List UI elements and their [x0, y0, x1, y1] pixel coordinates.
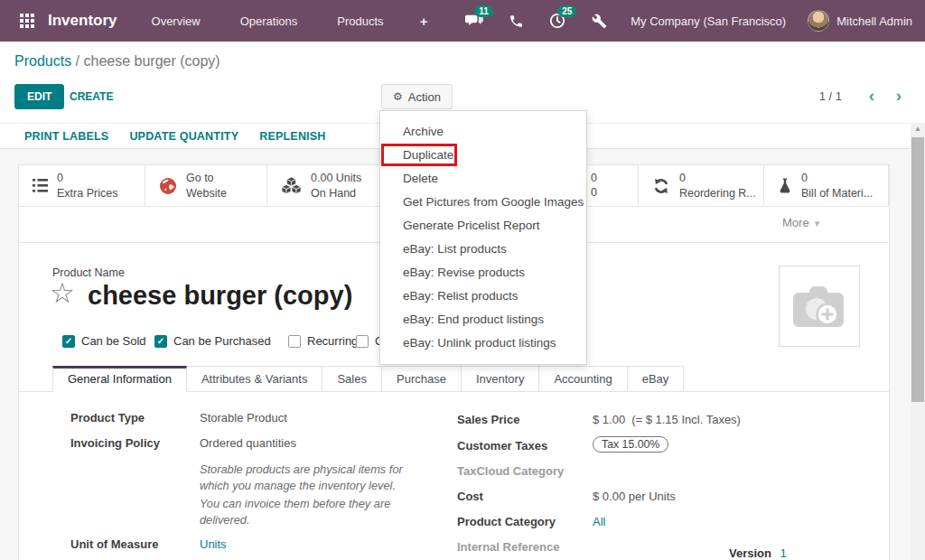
tab-ebay[interactable]: eBay — [628, 366, 685, 392]
field-label: Product Category — [457, 515, 593, 528]
menu-item-ebay-unlink[interactable]: eBay: Unlink product listings — [380, 331, 586, 355]
menu-operations[interactable]: Operations — [240, 14, 298, 28]
tab-accounting[interactable]: Accounting — [539, 366, 627, 392]
list-icon — [33, 179, 48, 192]
stat-button-go-to-website[interactable]: Go toWebsite — [145, 165, 267, 206]
field-value: Ordered quantities — [200, 436, 296, 450]
more-label: More — [782, 216, 809, 229]
action-label: Action — [408, 90, 441, 104]
create-button[interactable]: CREATE — [70, 84, 113, 109]
print-labels-button[interactable]: PRINT LABELS — [24, 130, 108, 143]
menu-products[interactable]: Products — [337, 14, 383, 28]
refresh-icon — [652, 177, 670, 195]
menu-item-ebay-end[interactable]: eBay: End product listings — [380, 308, 586, 331]
checkbox-can-be-sold[interactable]: ✓ Can be Sold — [62, 334, 146, 348]
checkbox-label: Can be Purchased — [173, 334, 271, 348]
menu-item-pricelist-report[interactable]: Generate Pricelist Report — [380, 214, 586, 238]
product-name: cheese burger (copy) — [88, 281, 352, 311]
menu-item-get-pictures[interactable]: Get Pictures from Google Images — [380, 191, 586, 214]
stat-button-reordering-rules[interactable]: 0Reordering R... — [639, 165, 764, 206]
menu-item-ebay-list[interactable]: eBay: List products — [380, 238, 586, 261]
checkbox-unchecked-icon[interactable] — [356, 335, 369, 348]
menu-item-duplicate[interactable]: Duplicate — [380, 144, 586, 167]
apps-menu-icon[interactable] — [20, 14, 35, 29]
breadcrumb-separator: / — [71, 53, 83, 69]
tab-purchase[interactable]: Purchase — [382, 366, 462, 392]
action-dropdown-button[interactable]: ⚙ Action — [381, 84, 453, 109]
stat-label: Website — [186, 186, 227, 201]
top-navbar: Inventory Overview Operations Products +… — [0, 0, 925, 42]
messages-icon[interactable]: 11 — [464, 12, 484, 30]
tab-sales[interactable]: Sales — [322, 366, 382, 392]
menu-item-ebay-revise[interactable]: eBay: Revise products — [380, 261, 586, 285]
menu-overview[interactable]: Overview — [152, 14, 201, 28]
checkbox-label: Recurring — [307, 334, 358, 348]
stat-value: 0 — [57, 171, 117, 185]
odoo-app-window: Inventory Overview Operations Products +… — [0, 0, 925, 560]
more-button[interactable]: More▾ — [782, 216, 819, 229]
phone-icon[interactable] — [506, 12, 526, 30]
pager-prev-icon[interactable]: ‹ — [869, 86, 874, 106]
field-value-link[interactable]: Units — [200, 537, 227, 551]
company-switcher[interactable]: My Company (San Francisco) — [631, 14, 786, 28]
favorite-star-icon[interactable]: ☆ — [50, 279, 75, 307]
field-internal-reference: Internal Reference — [457, 540, 593, 554]
menu-item-archive[interactable]: Archive — [380, 120, 586, 144]
update-quantity-button[interactable]: UPDATE QUANTITY — [129, 130, 238, 143]
stat-value: 0 — [679, 171, 756, 185]
breadcrumb-current: cheese burger (copy) — [83, 53, 220, 69]
edit-button[interactable]: EDIT — [14, 84, 64, 109]
tab-general-information[interactable]: General Information — [52, 366, 187, 392]
field-invoicing-policy: Invoicing Policy Ordered quantities — [70, 436, 296, 450]
checkbox-checked-icon[interactable]: ✓ — [154, 335, 167, 348]
gear-icon: ⚙ — [393, 90, 403, 103]
checkbox-can-be-purchased[interactable]: ✓ Can be Purchased — [154, 334, 271, 348]
stat-label: 0 — [591, 185, 597, 200]
field-label: Invoicing Policy — [70, 436, 200, 450]
checkbox-unchecked-icon[interactable] — [288, 335, 301, 348]
app-title[interactable]: Inventory — [48, 12, 117, 30]
tax-tag[interactable]: Tax 15.00% — [593, 436, 668, 453]
activities-clock-icon[interactable]: 25 — [547, 12, 567, 30]
stat-label: Reordering R... — [679, 186, 756, 201]
product-image-field[interactable] — [779, 266, 860, 347]
field-value-link[interactable]: All — [593, 515, 605, 528]
replenish-button[interactable]: REPLENISH — [259, 130, 325, 143]
menu-item-delete[interactable]: Delete — [380, 167, 586, 191]
field-label: Customer Taxes — [457, 439, 593, 455]
field-label: Cost — [457, 490, 593, 503]
cubes-icon — [281, 177, 302, 195]
avatar[interactable] — [808, 10, 829, 32]
field-value: Storable Product — [200, 411, 287, 425]
activities-badge: 25 — [557, 5, 576, 17]
vertical-scrollbar[interactable]: ▲ — [911, 123, 925, 560]
field-label: Unit of Measure — [70, 537, 200, 551]
field-value-link[interactable]: 1 — [780, 546, 787, 560]
checkbox-recurring[interactable]: Recurring — [288, 334, 358, 348]
pager-value: 1 / 1 — [819, 89, 842, 103]
field-cost: Cost $ 0.00 per Units — [457, 490, 676, 503]
user-name: Mitchell Admin — [836, 14, 912, 28]
stat-label: Extra Prices — [57, 186, 117, 201]
field-label: Product Type — [70, 411, 200, 425]
menu-item-ebay-relist[interactable]: eBay: Relist products — [380, 285, 586, 308]
field-label: Sales Price — [457, 413, 593, 426]
stat-button-bill-of-materials[interactable]: 0Bill of Materi... — [764, 165, 889, 206]
plus-icon[interactable]: + — [420, 14, 428, 29]
scroll-up-icon[interactable]: ▲ — [911, 125, 925, 133]
scrollbar-thumb[interactable] — [911, 137, 924, 402]
stat-button-extra-prices[interactable]: 0Extra Prices — [19, 165, 145, 206]
menu-item-label: Duplicate — [403, 148, 453, 162]
debug-wrench-icon[interactable] — [589, 12, 609, 30]
tab-inventory[interactable]: Inventory — [462, 366, 539, 392]
notebook-tabs: General Information Attributes & Variant… — [19, 366, 889, 392]
tab-attributes-variants[interactable]: Attributes & Variants — [187, 366, 323, 392]
checkbox-checked-icon[interactable]: ✓ — [62, 335, 75, 348]
stat-value: Go to — [186, 171, 227, 185]
stat-value: 0 — [591, 171, 597, 185]
stat-button-on-hand[interactable]: 0.00 UnitsOn Hand — [267, 165, 392, 206]
pager-next-icon[interactable]: › — [896, 86, 902, 106]
stat-value: 0 — [801, 171, 873, 185]
user-menu[interactable]: Mitchell Admin — [808, 10, 912, 32]
breadcrumb-products-link[interactable]: Products — [14, 53, 71, 69]
